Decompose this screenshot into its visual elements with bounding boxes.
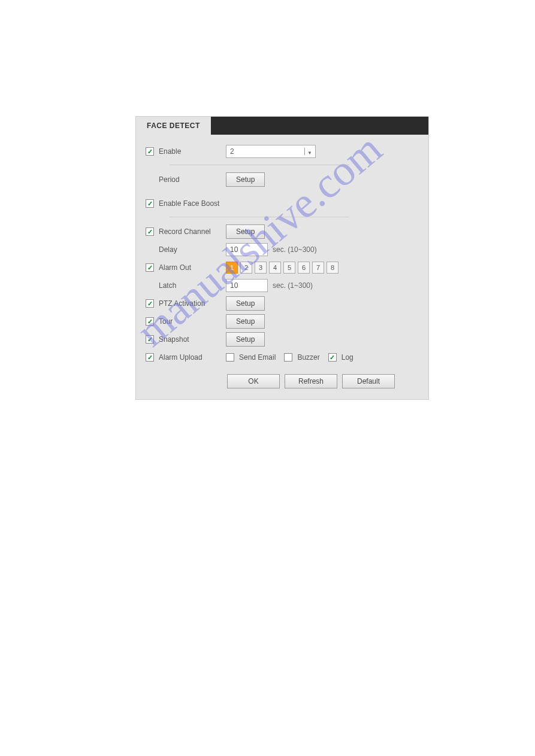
tour-checkbox[interactable] — [146, 317, 154, 326]
divider — [170, 217, 349, 217]
record-channel-label: Record Channel — [159, 227, 226, 236]
delay-label: Delay — [159, 245, 226, 254]
divider — [170, 165, 349, 165]
enable-select-value: 2 — [230, 147, 234, 156]
enable-select[interactable]: 2 — [226, 145, 316, 158]
alarm-out-5[interactable]: 5 — [283, 262, 295, 274]
default-button[interactable]: Default — [342, 374, 395, 388]
footer-buttons: OK Refresh Default — [227, 374, 419, 388]
alarm-out-4[interactable]: 4 — [269, 262, 281, 274]
tab-face-detect[interactable]: FACE DETECT — [136, 117, 211, 135]
alarm-out-checkbox[interactable] — [146, 263, 154, 272]
alarm-out-label: Alarm Out — [159, 263, 226, 272]
period-label: Period — [159, 175, 226, 184]
send-email-label: Send Email — [239, 353, 276, 362]
buzzer-checkbox[interactable] — [284, 353, 292, 362]
tour-setup-button[interactable]: Setup — [226, 314, 265, 329]
latch-unit: sec. (1~300) — [273, 281, 313, 290]
snapshot-label: Snapshot — [159, 335, 226, 344]
alarm-out-channels: 1 2 3 4 5 6 7 8 — [226, 262, 338, 274]
ptz-checkbox[interactable] — [146, 299, 154, 308]
period-setup-button[interactable]: Setup — [226, 172, 265, 187]
alarm-out-7[interactable]: 7 — [312, 262, 324, 274]
face-detect-panel: FACE DETECT Enable 2 Period Setup Enable… — [135, 116, 429, 400]
latch-label: Latch — [159, 281, 226, 290]
snapshot-setup-button[interactable]: Setup — [226, 332, 265, 347]
latch-input[interactable]: 10 — [226, 279, 268, 292]
alarm-upload-label: Alarm Upload — [159, 353, 226, 362]
buzzer-label: Buzzer — [297, 353, 319, 362]
alarm-out-8[interactable]: 8 — [327, 262, 338, 274]
panel-body: Enable 2 Period Setup Enable Face Boost … — [136, 135, 428, 399]
face-boost-checkbox[interactable] — [146, 199, 154, 208]
ptz-label: PTZ Activation — [159, 299, 226, 308]
enable-label: Enable — [159, 147, 226, 156]
record-channel-checkbox[interactable] — [146, 227, 154, 236]
tour-label: Tour — [159, 317, 226, 326]
record-channel-setup-button[interactable]: Setup — [226, 224, 265, 239]
enable-checkbox[interactable] — [146, 147, 154, 156]
delay-input[interactable]: 10 — [226, 243, 268, 256]
delay-unit: sec. (10~300) — [273, 245, 317, 254]
alarm-out-2[interactable]: 2 — [240, 262, 252, 274]
ptz-setup-button[interactable]: Setup — [226, 296, 265, 311]
alarm-out-1[interactable]: 1 — [226, 262, 238, 274]
ok-button[interactable]: OK — [227, 374, 280, 388]
refresh-button[interactable]: Refresh — [285, 374, 337, 388]
panel-header: FACE DETECT — [136, 117, 428, 135]
chevron-down-icon — [304, 148, 312, 155]
alarm-out-6[interactable]: 6 — [298, 262, 310, 274]
alarm-out-3[interactable]: 3 — [255, 262, 267, 274]
face-boost-label: Enable Face Boost — [159, 199, 219, 208]
log-checkbox[interactable] — [328, 353, 337, 362]
snapshot-checkbox[interactable] — [146, 335, 154, 344]
log-label: Log — [341, 353, 353, 362]
alarm-upload-checkbox[interactable] — [146, 353, 154, 362]
send-email-checkbox[interactable] — [226, 353, 234, 362]
